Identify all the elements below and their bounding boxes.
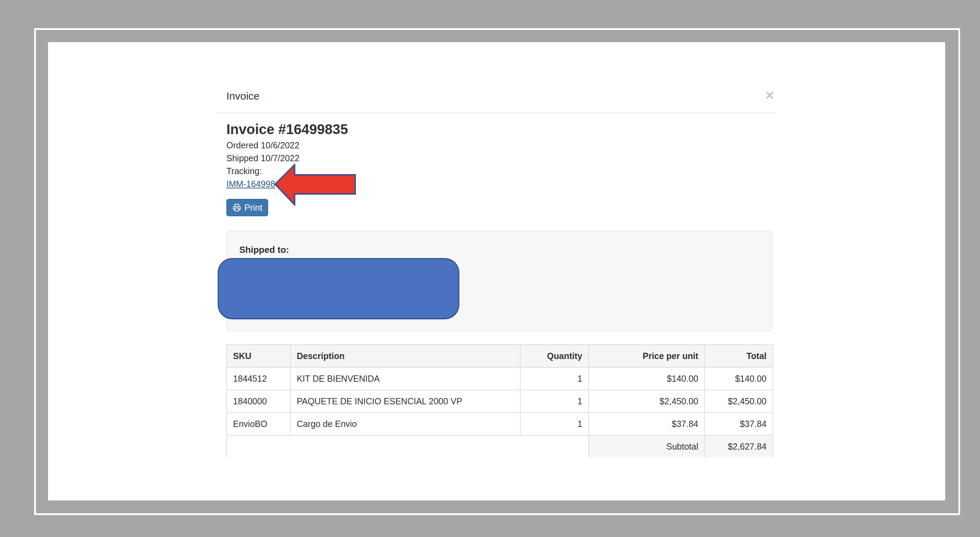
header-total: Total [705, 345, 773, 367]
header-price-per-unit: Price per unit [589, 345, 705, 367]
cell-sku: 1840000 [227, 390, 290, 413]
tracking-link[interactable]: IMM-164998 [226, 179, 275, 189]
shipped-date: Shipped 10/7/2022 [226, 152, 299, 165]
table-header-row: SKU Description Quantity Price per unit … [227, 345, 773, 367]
cell-sku: EnvioBO [227, 413, 290, 435]
subtotal-value-cell: $2,627.84 [705, 435, 773, 458]
items-table: SKU Description Quantity Price per unit … [226, 344, 773, 458]
invoice-number-heading: Invoice #16499835 [226, 122, 348, 137]
subtotal-spacer-cell [227, 435, 589, 458]
printer-icon [232, 203, 241, 212]
cell-description: Cargo de Envio [290, 413, 520, 435]
header-sku: SKU [227, 345, 290, 367]
table-row: EnvioBO Cargo de Envio 1 $37.84 $37.84 [227, 413, 773, 435]
page: Invoice × Invoice #16499835 Ordered 10/6… [48, 42, 945, 500]
shipped-to-label: Shipped to: [239, 245, 289, 255]
print-button[interactable]: Print [226, 199, 268, 216]
cell-description: PAQUETE DE INICIO ESENCIAL 2000 VP [290, 390, 520, 413]
table-row: 1844512 KIT DE BIENVENIDA 1 $140.00 $140… [227, 367, 773, 390]
screenshot-canvas: { "modal": { "title": "Invoice", "close_… [0, 0, 980, 537]
close-icon[interactable]: × [759, 85, 780, 106]
items-table-wrap: SKU Description Quantity Price per unit … [226, 344, 774, 461]
cell-total: $37.84 [705, 413, 773, 435]
subtotal-label-cell: Subtotal [589, 435, 705, 458]
print-button-label: Print [245, 203, 262, 213]
cell-total: $2,450.00 [705, 390, 773, 413]
modal-title: Invoice [226, 90, 259, 102]
cell-sku: 1844512 [227, 367, 290, 390]
cell-price: $37.84 [589, 413, 705, 435]
ordered-date: Ordered 10/6/2022 [226, 139, 299, 152]
header-quantity: Quantity [520, 345, 589, 367]
header-description: Description [290, 345, 520, 367]
cell-description: KIT DE BIENVENIDA [290, 367, 520, 390]
cell-quantity: 1 [520, 413, 589, 435]
red-arrow-icon [274, 164, 356, 206]
cell-quantity: 1 [520, 390, 589, 413]
cell-total: $140.00 [705, 367, 773, 390]
address-redaction-box [218, 258, 459, 319]
cell-price: $140.00 [589, 367, 705, 390]
table-row: 1840000 PAQUETE DE INICIO ESENCIAL 2000 … [227, 390, 773, 413]
modal-header-divider [217, 113, 776, 113]
cell-quantity: 1 [520, 367, 589, 390]
subtotal-row: Subtotal $2,627.84 [227, 435, 773, 458]
cell-price: $2,450.00 [589, 390, 705, 413]
